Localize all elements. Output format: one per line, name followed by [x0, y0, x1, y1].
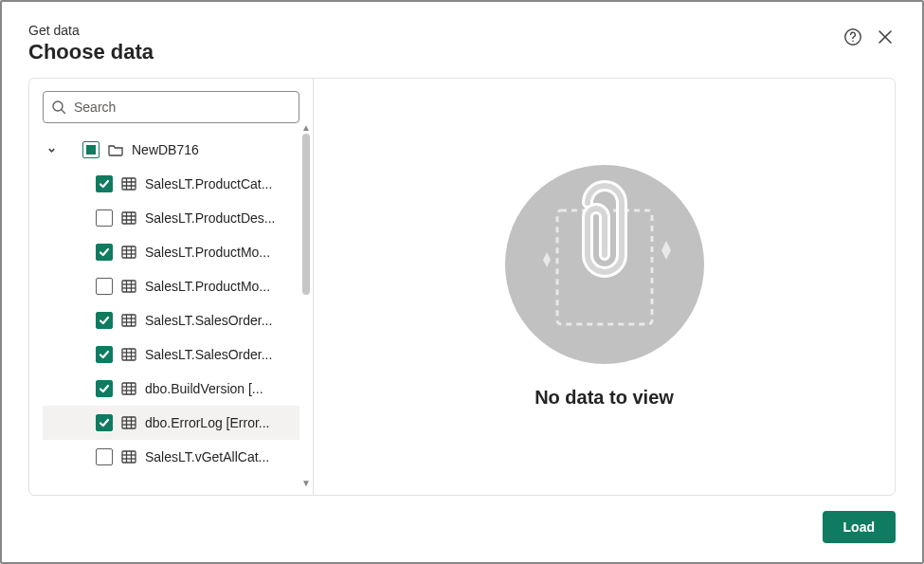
navigator-pane: NewDB716SalesLT.ProductCat...SalesLT.Pro…: [29, 79, 314, 495]
scroll-up-arrow[interactable]: ▲: [301, 122, 311, 132]
tree-item-label: SalesLT.vGetAllCat...: [145, 449, 296, 464]
object-tree: NewDB716SalesLT.ProductCat...SalesLT.Pro…: [29, 133, 313, 489]
preview-pane: No data to view: [314, 79, 895, 495]
tree-item-label: SalesLT.ProductCat...: [145, 176, 296, 191]
table-icon: [120, 448, 137, 465]
svg-point-1: [852, 40, 854, 42]
content-panel: NewDB716SalesLT.ProductCat...SalesLT.Pro…: [28, 78, 896, 496]
checkbox[interactable]: [96, 380, 113, 397]
scroll-thumb[interactable]: [302, 134, 310, 295]
checkbox[interactable]: [96, 278, 113, 295]
svg-rect-31: [122, 349, 136, 360]
svg-rect-11: [122, 212, 136, 224]
header-subtitle: Get data: [28, 23, 154, 38]
help-button[interactable]: [842, 27, 863, 47]
checkbox[interactable]: [96, 346, 113, 363]
tree-item[interactable]: dbo.ErrorLog [Error...: [43, 406, 299, 440]
header-title: Choose data: [28, 40, 154, 64]
svg-rect-6: [122, 178, 136, 190]
checkbox[interactable]: [96, 414, 113, 431]
load-button[interactable]: Load: [823, 511, 896, 543]
tree-root-node[interactable]: NewDB716: [43, 133, 299, 167]
header-actions: [842, 23, 896, 47]
checkbox[interactable]: [96, 209, 113, 227]
empty-state-text: No data to view: [534, 387, 674, 409]
tree-item[interactable]: SalesLT.SalesOrder...: [43, 303, 299, 337]
choose-data-dialog: Get data Choose data: [0, 0, 924, 564]
svg-point-51: [505, 165, 704, 364]
dialog-footer: Load: [2, 496, 922, 562]
svg-rect-46: [122, 451, 136, 463]
empty-illustration: [505, 165, 704, 364]
checkbox[interactable]: [96, 175, 113, 192]
folder-icon: [107, 141, 124, 158]
svg-rect-16: [122, 246, 136, 258]
table-icon: [120, 244, 137, 261]
table-icon: [120, 312, 137, 329]
tree-item-label: SalesLT.ProductMo...: [145, 245, 296, 260]
scroll-down-arrow[interactable]: ▼: [301, 478, 311, 487]
checkbox-indeterminate[interactable]: [82, 141, 100, 158]
dialog-header: Get data Choose data: [2, 2, 922, 74]
search-box[interactable]: [43, 91, 299, 123]
checkbox[interactable]: [96, 448, 113, 465]
svg-rect-21: [122, 281, 136, 292]
tree-item[interactable]: SalesLT.ProductMo...: [43, 269, 299, 303]
tree-item[interactable]: SalesLT.ProductDes...: [43, 201, 299, 235]
tree-item-label: SalesLT.ProductDes...: [145, 210, 296, 226]
tree-item[interactable]: SalesLT.vGetAllCat...: [43, 440, 299, 474]
tree-item[interactable]: dbo.BuildVersion [...: [43, 372, 299, 406]
close-button[interactable]: [875, 27, 896, 47]
search-icon: [51, 100, 66, 115]
svg-point-4: [53, 101, 63, 111]
svg-line-5: [62, 110, 65, 114]
tree-scrollbar[interactable]: ▲ ▼: [301, 122, 311, 487]
tree-item[interactable]: SalesLT.ProductCat...: [43, 167, 299, 201]
chevron-down-icon[interactable]: [45, 143, 58, 156]
checkbox[interactable]: [96, 312, 113, 329]
table-icon: [120, 278, 137, 295]
table-icon: [120, 380, 137, 397]
tree-item[interactable]: SalesLT.SalesOrder...: [43, 337, 299, 372]
checkbox[interactable]: [96, 244, 113, 261]
header-titles: Get data Choose data: [28, 23, 154, 64]
tree-item-label: SalesLT.SalesOrder...: [145, 347, 296, 362]
svg-rect-26: [122, 315, 136, 326]
svg-rect-36: [122, 383, 136, 394]
tree-item-label: SalesLT.ProductMo...: [145, 279, 296, 294]
close-icon: [877, 28, 894, 45]
tree-item-label: dbo.ErrorLog [Error...: [145, 415, 296, 430]
table-icon: [120, 175, 137, 192]
table-icon: [120, 209, 137, 227]
table-icon: [120, 414, 137, 431]
tree-item[interactable]: SalesLT.ProductMo...: [43, 235, 299, 269]
search-input[interactable]: [74, 100, 291, 115]
table-icon: [120, 346, 137, 363]
help-icon: [843, 27, 862, 46]
svg-rect-41: [122, 417, 136, 428]
tree-item-label: dbo.BuildVersion [...: [145, 381, 296, 396]
tree-node-label: NewDB716: [132, 142, 296, 157]
tree-item-label: SalesLT.SalesOrder...: [145, 313, 296, 328]
